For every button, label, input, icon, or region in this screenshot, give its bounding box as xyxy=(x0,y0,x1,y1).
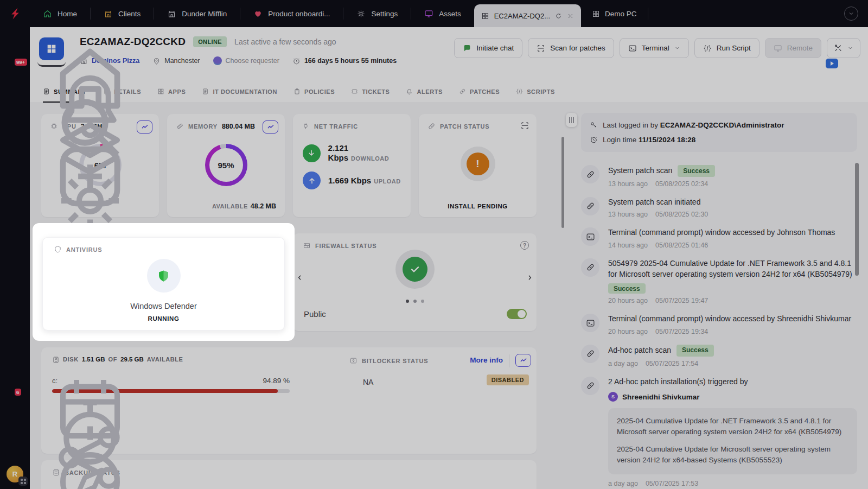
remote-button[interactable]: Remote xyxy=(765,38,821,58)
carousel-dot-active[interactable] xyxy=(406,300,409,303)
sidebar-explore-icon[interactable] xyxy=(9,441,22,454)
tab-tickets[interactable]: TICKETS xyxy=(351,81,390,103)
nav-settings[interactable]: Settings xyxy=(343,0,411,27)
initiate-chat-button[interactable]: Initiate chat xyxy=(454,38,522,58)
last-login-box: Last logged in by EC2AMAZ-DQ2CCKD\Admini… xyxy=(581,113,857,152)
carousel-right-icon[interactable] xyxy=(526,274,534,282)
antivirus-label: ANTIVIRUS xyxy=(66,246,102,253)
sidebar-settings-icon[interactable] xyxy=(9,160,22,173)
sidebar-timer-icon[interactable]: 6 xyxy=(9,392,22,405)
activity-item[interactable]: 5054979 2025-04 Cumulative Update for .N… xyxy=(581,258,857,304)
monitor-icon xyxy=(774,44,782,53)
upload-circle-icon xyxy=(303,172,321,189)
download-value: 2.121 Kbps xyxy=(328,143,349,162)
requester-placeholder[interactable]: Choose requester xyxy=(226,57,279,65)
memory-available-value: 48.2 MB xyxy=(251,202,276,210)
patch-icon xyxy=(581,165,599,183)
firewall-ok-icon xyxy=(403,257,427,282)
activity-item[interactable]: 2 Ad-hoc patch installation(s) triggered… xyxy=(581,377,857,488)
main-scrollbar[interactable] xyxy=(561,137,564,228)
choose-requester[interactable]: Choose requester xyxy=(213,56,279,65)
carousel-dot[interactable] xyxy=(421,300,424,303)
activity-item[interactable]: Ad-hoc patch scanSuccess a day ago05/07/… xyxy=(581,345,857,367)
memory-chart-button[interactable] xyxy=(263,120,278,134)
tab-itdoc-label: IT DOCUMENTATION xyxy=(213,88,277,95)
tab-it-documentation[interactable]: IT DOCUMENTATION xyxy=(202,81,277,103)
nav-home[interactable]: Home xyxy=(30,0,90,27)
refresh-icon[interactable] xyxy=(555,12,562,20)
firewall-profile-label: Public xyxy=(304,309,326,319)
building-icon xyxy=(167,9,176,18)
patch-icon xyxy=(427,122,436,130)
carousel-dot[interactable] xyxy=(413,300,417,303)
windows-grid-icon xyxy=(481,12,489,20)
nav-product-onboarding[interactable]: Product onboardi... xyxy=(240,0,343,27)
timer-badge: 6 xyxy=(15,389,21,396)
tabs-overflow-button[interactable] xyxy=(844,7,858,21)
bitlocker-more-info-link[interactable]: More info xyxy=(470,356,503,364)
login-time-prefix: Login time xyxy=(603,136,636,144)
carousel-left-icon[interactable] xyxy=(296,274,304,282)
tab-scripts[interactable]: SCRIPTS xyxy=(516,81,555,103)
scan-for-patches-button[interactable]: Scan for patches xyxy=(528,38,614,58)
firewall-help-icon[interactable]: ? xyxy=(520,241,529,250)
chevron-down-icon xyxy=(674,45,680,51)
patch-status-label: PATCH STATUS xyxy=(440,123,489,130)
tab-policies[interactable]: POLICIES xyxy=(293,81,335,103)
bitlocker-disabled-badge: DISABLED xyxy=(487,374,529,385)
network-plug-icon xyxy=(302,122,310,130)
tools-menu-button[interactable] xyxy=(827,38,860,58)
terminal-button[interactable]: Terminal xyxy=(620,38,689,58)
initiate-chat-label: Initiate chat xyxy=(476,44,514,52)
superops-logo[interactable] xyxy=(0,0,30,27)
activity-panel: Last logged in by EC2AMAZ-DQ2CCKD\Admini… xyxy=(579,103,868,489)
nav-assets[interactable]: Assets xyxy=(411,0,474,27)
carousel-dots xyxy=(293,300,537,303)
success-badge: Success xyxy=(676,345,714,357)
device-tab-active[interactable]: EC2AMAZ-DQ2... xyxy=(474,4,581,27)
sidebar-home-icon[interactable] xyxy=(9,38,22,51)
terminal-label: Terminal xyxy=(642,44,669,52)
notification-badge: 99+ xyxy=(15,59,27,66)
memory-usage-donut: 95% xyxy=(205,144,247,186)
sidebar-search-icon[interactable] xyxy=(9,87,22,100)
close-icon[interactable] xyxy=(567,12,574,20)
tab-tickets-label: TICKETS xyxy=(362,88,390,95)
terminal-icon xyxy=(581,314,599,332)
storefront-icon xyxy=(104,9,113,18)
nav-clients[interactable]: Clients xyxy=(91,0,154,27)
device-tab-demo-pc[interactable]: Demo PC xyxy=(581,0,648,27)
sidebar-share-icon[interactable] xyxy=(9,417,22,430)
tab-scripts-label: SCRIPTS xyxy=(527,88,555,95)
panel-drag-handle[interactable] xyxy=(566,113,577,127)
sidebar-notifications-icon[interactable]: 99+ xyxy=(9,62,22,75)
terminal-icon xyxy=(581,227,599,246)
run-script-button[interactable]: Run Script xyxy=(694,38,760,58)
activity-item[interactable]: System patch scan initiated 13 hours ago… xyxy=(581,197,857,219)
user-avatar[interactable]: R xyxy=(7,466,23,482)
online-status-badge: ONLINE xyxy=(193,36,227,47)
activity-scrollbar[interactable] xyxy=(855,163,859,276)
messenger-badge-icon[interactable] xyxy=(18,477,28,486)
patch-icon xyxy=(581,377,599,395)
tab-patches[interactable]: PATCHES xyxy=(459,81,500,103)
video-tutorial-button[interactable] xyxy=(826,59,838,68)
disk-label: DISK xyxy=(63,356,79,363)
left-sidebar: 99+ 6 R xyxy=(0,27,30,489)
device-tab-label: EC2AMAZ-DQ2... xyxy=(494,12,550,20)
bitlocker-chart-button[interactable] xyxy=(515,354,531,367)
windows-grid-icon xyxy=(592,10,600,18)
activity-item[interactable]: Terminal (command prompt) window accesse… xyxy=(581,314,857,335)
activity-item[interactable]: System patch scanSuccess 13 hours ago05/… xyxy=(581,165,857,188)
uptime: 166 days 5 hours 55 minutes xyxy=(292,57,397,65)
firewall-toggle[interactable] xyxy=(507,309,527,319)
tab-alerts[interactable]: ALERTS xyxy=(406,81,443,103)
sidebar-create-icon[interactable] xyxy=(9,136,22,149)
activity-item[interactable]: Terminal (command prompt) window accesse… xyxy=(581,227,857,249)
uptime-value: 166 days 5 hours 55 minutes xyxy=(304,57,397,65)
key-icon xyxy=(590,121,598,129)
nav-dunder-mifflin[interactable]: Dunder Mifflin xyxy=(154,0,240,27)
sidebar-calendar-icon[interactable] xyxy=(9,368,22,381)
patch-scan-icon[interactable] xyxy=(520,121,529,130)
sidebar-modules-icon[interactable] xyxy=(9,111,22,124)
